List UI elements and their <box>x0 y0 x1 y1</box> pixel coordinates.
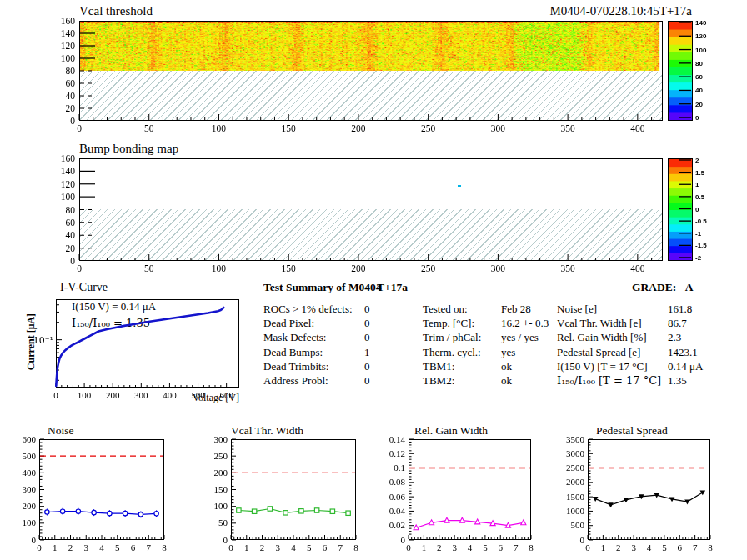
bump-colorbar <box>668 158 693 261</box>
rgw-y-tick-label: 0.1 <box>394 462 405 472</box>
vcal-x-tick-label: 350 <box>560 123 575 133</box>
summary-title: Test Summary of M0404 <box>263 281 382 294</box>
pedestal-plot-box <box>588 439 710 540</box>
bump-y-tick-label: 60 <box>66 218 76 228</box>
rgw-y-tick-label: 0 <box>401 535 406 545</box>
summary-label: TBM2: <box>423 374 501 388</box>
noise-plot-box <box>39 439 164 540</box>
ped-x-tick-label: 6 <box>678 542 683 552</box>
vcalw-x-tick-label: 4 <box>291 542 296 552</box>
module-id-title: M0404-070228.10:45T+17a <box>367 4 692 18</box>
summary-label: Dead Trimbits: <box>263 360 364 373</box>
summary-label: TBM1: <box>423 360 501 373</box>
ped-y-tick-label: 2500 <box>566 462 585 472</box>
summary-column-conditions: Tested on:Feb 28Temp. [°C]:16.2 +- 0.3Tr… <box>423 302 549 388</box>
summary-label: Tested on: <box>423 302 501 316</box>
rgw-y-tick-label: 0.04 <box>389 506 406 516</box>
rgw-y-tick-label: 0.06 <box>389 492 406 502</box>
iv-x-tick-label: 200 <box>106 390 120 400</box>
vcal-y-tick-label: 120 <box>61 41 76 51</box>
rgw-y-tick-label: 0.08 <box>389 477 406 487</box>
ped-x-tick-label: 1 <box>601 542 606 552</box>
summary-row: I₁₅₀/I₁₀₀ [T = 17 °C]1.35 <box>557 374 703 388</box>
bump-colorbar-tick-label: 1.5 <box>695 169 705 177</box>
ped-x-tick-label: 7 <box>693 542 698 552</box>
bump-y-tick-label: 20 <box>66 243 76 253</box>
vcal-y-tick-label: 60 <box>66 78 76 88</box>
vcalw-x-tick-label: 5 <box>307 542 312 552</box>
summary-row: Tested on:Feb 28 <box>423 302 549 317</box>
pedestal-plot-title: Pedestal Spread <box>596 424 668 438</box>
bump-y-tick-label: 140 <box>61 166 76 176</box>
vcal-x-tick-label: 0 <box>77 123 82 133</box>
summary-value: Feb 28 <box>501 302 531 316</box>
summary-row: Pedestal Spread [e]1423.1 <box>557 346 703 360</box>
summary-column-results: Noise [e]161.8Vcal Thr. Width [e]86.7Rel… <box>557 302 703 388</box>
summary-label: Dead Pixel: <box>263 317 364 330</box>
module-test-report: Vcal threshold M0404-070228.10:45T+17a B… <box>0 0 747 560</box>
summary-row: Mask Defects:0 <box>263 331 370 345</box>
summary-label: Dead Bumps: <box>263 346 364 359</box>
summary-row: TBM1:ok <box>423 360 549 374</box>
grade-value: A <box>685 281 694 293</box>
noise-x-tick-label: 4 <box>99 542 104 552</box>
iv-annotation-1: I(150 V) = 0.14 μA <box>72 300 156 313</box>
vcal-width-plot-box <box>231 439 356 540</box>
ped-x-tick-label: 0 <box>585 542 590 552</box>
bump-colorbar-tick-label: 0 <box>695 206 699 213</box>
bump-x-tick-label: 400 <box>630 263 645 273</box>
vcal-colorbar-tick-label: 100 <box>695 47 707 54</box>
rgw-x-tick-label: 7 <box>514 542 519 552</box>
summary-label: Trim / phCal: <box>423 331 501 344</box>
rgw-y-tick-label: 0.02 <box>389 520 405 530</box>
vcalw-x-tick-label: 6 <box>323 542 328 552</box>
vcal-y-tick-label: 160 <box>61 16 76 26</box>
summary-row: Dead Bumps:1 <box>263 346 370 360</box>
summary-label: Address Probl: <box>263 374 364 388</box>
noise-x-tick-label: 6 <box>131 542 136 552</box>
vcal-y-tick-label: 100 <box>61 53 76 63</box>
bump-colorbar-tick-label: 2 <box>695 157 699 164</box>
summary-label: Mask Defects: <box>263 331 364 344</box>
bump-defect-dot <box>458 185 461 187</box>
iv-x-tick-label: 300 <box>134 390 148 400</box>
noise-x-tick-label: 7 <box>147 542 152 552</box>
vcal-y-tick-label: 40 <box>66 91 76 101</box>
rgw-x-tick-label: 1 <box>422 542 427 552</box>
ped-y-tick-label: 2000 <box>566 477 585 487</box>
bump-colorbar-tick-label: 1 <box>695 181 699 188</box>
bump-hatch-region <box>80 209 662 260</box>
vcal-threshold-plot-box <box>79 21 663 121</box>
ped-y-tick-label: 3000 <box>566 448 585 458</box>
summary-value: 0 <box>364 374 370 388</box>
ped-x-tick-label: 4 <box>647 542 652 552</box>
bump-x-tick-label: 50 <box>144 263 154 273</box>
summary-row: Dead Pixel:0 <box>263 317 370 331</box>
vcal-y-tick-label: 140 <box>61 28 76 38</box>
summary-value: 0 <box>364 317 370 330</box>
summary-row: Dead Trimbits:0 <box>263 360 370 374</box>
summary-value: 0 <box>364 302 370 316</box>
vcal-x-tick-label: 50 <box>144 123 154 133</box>
summary-value: 2.3 <box>668 331 681 344</box>
summary-row: Vcal Thr. Width [e]86.7 <box>557 317 703 331</box>
summary-row: Temp. [°C]:16.2 +- 0.3 <box>423 317 549 331</box>
bump-x-tick-label: 100 <box>212 263 227 273</box>
rgw-x-tick-label: 5 <box>483 542 488 552</box>
bump-colorbar-tick-label: -2 <box>695 254 702 262</box>
bump-colorbar-tick-label: 0.5 <box>695 193 705 201</box>
bump-x-tick-label: 150 <box>282 263 297 273</box>
vcalw-y-tick-label: 100 <box>214 501 228 511</box>
bump-x-tick-label: 300 <box>491 263 506 273</box>
rgw-x-tick-label: 0 <box>406 542 411 552</box>
summary-label: I(150 V) [T = 17 °C] <box>557 360 668 373</box>
rgw-x-tick-label: 2 <box>437 542 442 552</box>
rgw-x-tick-label: 6 <box>499 542 504 552</box>
ped-x-tick-label: 8 <box>708 542 713 552</box>
iv-annotation-2: I₁₅₀/I₁₀₀ = 1.35 <box>72 317 150 329</box>
gain-width-plot-title: Rel. Gain Width <box>414 424 488 438</box>
ped-y-tick-label: 500 <box>571 520 585 530</box>
bump-map-title: Bump bonding map <box>79 142 178 156</box>
summary-value: yes <box>501 346 515 359</box>
summary-value: ok <box>501 360 512 373</box>
